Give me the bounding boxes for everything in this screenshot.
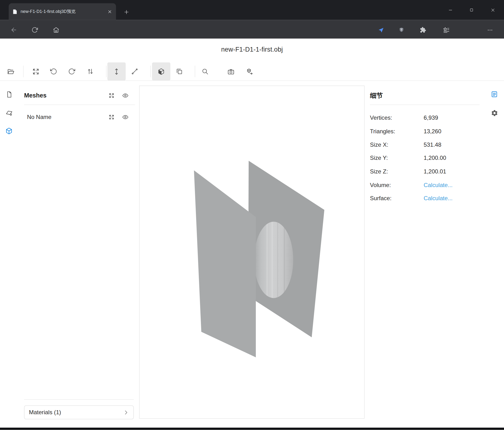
back-icon[interactable]: [9, 25, 18, 34]
shield-extension-icon[interactable]: [397, 25, 406, 34]
model-cube-icon[interactable]: [4, 126, 14, 136]
details-rows: Vertices: 6,939 Triangles: 13,260 Size X…: [370, 111, 479, 205]
detail-label: Triangles:: [370, 128, 395, 135]
details-header: 细节: [370, 91, 383, 100]
calculate-surface-link[interactable]: Calculate...: [423, 195, 452, 202]
focus-mesh-icon[interactable]: [108, 113, 115, 121]
details-divider: [370, 105, 479, 105]
details-row: Size Z: 1,200.01: [370, 165, 479, 178]
toolbar-separator: [195, 66, 195, 77]
detail-value: 1,200.01: [423, 168, 446, 175]
detail-label: Size X:: [370, 141, 388, 148]
nav-bar: https://file.kkview.cn/onlinePreview?url…: [0, 20, 504, 39]
detail-value: 531.48: [423, 141, 441, 148]
page-favicon: [13, 9, 18, 14]
focus-all-icon[interactable]: [108, 92, 115, 99]
detail-value: 1,200.00: [423, 155, 446, 161]
ortho-view-icon[interactable]: [172, 62, 186, 80]
model-render: [140, 86, 364, 418]
close-window-button[interactable]: [482, 0, 503, 20]
detail-label: Vertices:: [370, 115, 392, 121]
magnifier-icon[interactable]: [198, 62, 212, 80]
details-row: Size X: 531.48: [370, 138, 479, 151]
materials-icon[interactable]: [4, 108, 14, 117]
chevron-right-icon: [123, 410, 129, 415]
window-controls: [440, 0, 504, 20]
details-row: Size Y: 1,200.00: [370, 151, 479, 165]
tab-bar: new-F1-D1-1-first.obj3D预览: [0, 0, 504, 20]
move-vertical-tool-icon[interactable]: [107, 62, 126, 80]
rotate-cw-icon[interactable]: [65, 62, 79, 80]
meshes-divider: [24, 105, 135, 105]
export-model-icon[interactable]: [243, 62, 257, 80]
details-row: Vertices: 6,939: [370, 111, 479, 125]
window-bottom-edge: [0, 428, 504, 430]
scene-file-icon[interactable]: [4, 89, 14, 99]
calculate-volume-link[interactable]: Calculate...: [423, 182, 452, 188]
more-menu-icon[interactable]: [485, 25, 495, 34]
minimize-button[interactable]: [440, 0, 461, 20]
detail-label: Surface:: [370, 195, 391, 202]
details-panel-icon[interactable]: [489, 89, 500, 100]
details-row: Volume: Calculate...: [370, 178, 479, 192]
maximize-button[interactable]: [461, 0, 482, 20]
favorites-hub-icon[interactable]: [442, 25, 451, 34]
materials-button[interactable]: Materials (1): [24, 405, 134, 419]
home-icon[interactable]: [52, 25, 61, 34]
details-row: Triangles: 13,260: [370, 125, 479, 138]
tab-close-icon[interactable]: [107, 9, 112, 14]
detail-label: Size Y:: [370, 155, 388, 161]
viewer-page: new-F1-D1-1-first.obj: [0, 39, 504, 430]
extensions-puzzle-icon[interactable]: [419, 25, 428, 34]
detail-label: Volume:: [370, 182, 391, 188]
viewer-toolbar: [0, 62, 504, 81]
details-row: Surface: Calculate...: [370, 192, 479, 205]
mesh-item-label[interactable]: No Name: [27, 113, 51, 121]
detail-label: Size Z:: [370, 168, 388, 175]
materials-divider: [24, 399, 134, 400]
page-title: new-F1-D1-1-first.obj: [0, 46, 504, 53]
browser-window: new-F1-D1-1-first.obj3D预览: [0, 0, 504, 430]
open-model-icon[interactable]: [4, 62, 18, 80]
translate-extension-icon[interactable]: [376, 25, 385, 34]
draw-line-tool-icon[interactable]: [128, 62, 142, 80]
rotate-ccw-icon[interactable]: [46, 62, 61, 80]
toolbar-separator: [150, 66, 151, 77]
shaded-view-icon[interactable]: [152, 62, 170, 80]
detail-value: 13,260: [423, 128, 441, 135]
settings-gear-icon[interactable]: [489, 108, 500, 119]
meshes-header: Meshes: [24, 92, 46, 99]
refresh-icon[interactable]: [30, 25, 39, 34]
visibility-mesh-icon[interactable]: [121, 113, 129, 121]
detail-value: 6,939: [423, 115, 438, 121]
new-tab-button[interactable]: [121, 7, 131, 17]
visibility-all-icon[interactable]: [121, 92, 129, 99]
model-viewport[interactable]: [139, 85, 364, 419]
tab-title: new-F1-D1-1-first.obj3D预览: [20, 9, 104, 14]
toolbar-separator: [106, 66, 106, 77]
toolbar-separator: [23, 66, 23, 77]
browser-tab[interactable]: new-F1-D1-1-first.obj3D预览: [9, 3, 116, 20]
materials-button-label: Materials (1): [29, 409, 61, 416]
flip-vertical-icon[interactable]: [83, 62, 97, 80]
fit-view-icon[interactable]: [29, 62, 43, 80]
screenshot-camera-icon[interactable]: [224, 62, 238, 80]
